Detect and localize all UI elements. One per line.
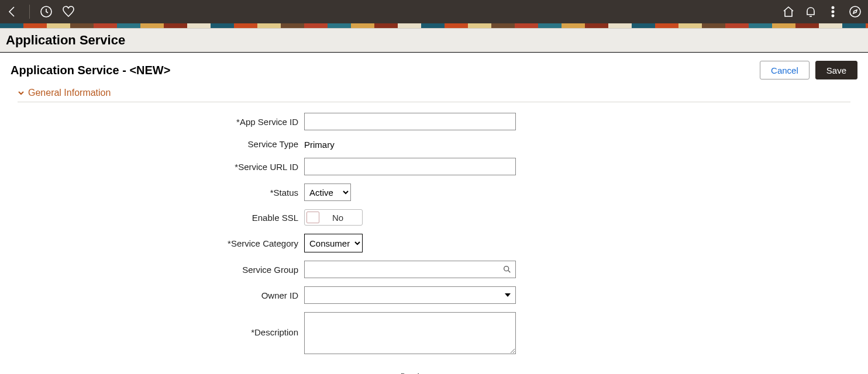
navigator-icon[interactable] [848,5,862,19]
input-service-group[interactable] [305,261,499,278]
global-toolbar [0,0,868,23]
form-general-information: *App Service ID Service Type Primary *Se… [18,113,850,374]
label-service-type: Service Type [18,139,304,149]
toggle-enable-ssl[interactable]: No [304,209,363,226]
section-title: General Information [28,88,111,98]
search-icon[interactable] [499,265,515,274]
value-service-type: Primary [304,138,335,150]
more-icon[interactable] [826,5,840,19]
svg-point-1 [832,6,833,8]
toolbar-right-group [781,5,862,19]
cancel-button[interactable]: Cancel [760,61,810,79]
content-header: Application Service - <NEW> Cancel Save [0,53,868,84]
label-enable-ssl: Enable SSL [18,213,304,223]
favorite-icon[interactable] [61,5,75,19]
label-app-service-id: *App Service ID [18,117,304,127]
history-icon[interactable] [39,5,53,19]
page-header-bar: Application Service [0,28,868,53]
label-description: *Description [18,312,304,337]
label-service-url-id: *Service URL ID [18,162,304,172]
toggle-enable-ssl-label: No [319,213,362,223]
svg-point-3 [832,15,833,16]
home-icon[interactable] [781,5,795,19]
back-icon[interactable] [6,5,20,19]
input-app-service-id[interactable] [304,113,516,130]
toolbar-left-group [6,5,75,19]
label-service-category: *Service Category [18,238,304,248]
select-owner-id[interactable] [304,286,516,304]
label-service-group: Service Group [18,265,304,275]
section-general-information-header[interactable]: General Information [18,88,850,102]
label-status: *Status [18,188,304,198]
toolbar-divider [29,5,30,19]
notifications-icon[interactable] [804,5,818,19]
select-status[interactable]: Active [304,183,351,201]
input-service-url-id[interactable] [304,158,516,175]
select-service-category[interactable]: Consumer [304,234,363,252]
toggle-knob [306,212,319,223]
save-button[interactable]: Save [815,61,857,79]
footer-message: No Root Resources Defined. [310,372,850,374]
lookup-service-group [304,261,516,278]
textarea-description[interactable] [304,312,516,354]
svg-point-4 [850,6,860,17]
decorative-strip [0,23,868,28]
page-header-title: Application Service [6,33,125,48]
svg-point-2 [832,11,833,12]
page-title: Application Service - <NEW> [11,64,760,77]
svg-point-5 [504,266,509,271]
label-owner-id: Owner ID [18,290,304,300]
chevron-down-icon [18,89,25,96]
